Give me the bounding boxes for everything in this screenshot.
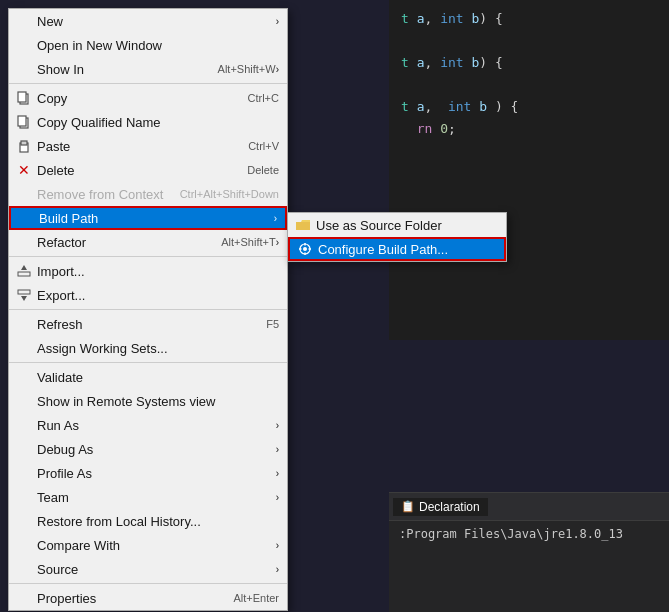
import-icon [15,264,33,278]
menu-item-import[interactable]: Import... [9,259,287,283]
menu-item-properties[interactable]: Properties Alt+Enter [9,586,287,610]
configure-icon [296,242,314,256]
arrow-icon-build: › [274,213,277,224]
menu-item-restore[interactable]: Restore from Local History... [9,509,287,533]
arrow-icon-profile: › [276,468,279,479]
menu-item-build-path-label: Build Path [39,211,274,226]
menu-item-profile-label: Profile As [37,466,276,481]
menu-item-remove-context[interactable]: Remove from Context Ctrl+Alt+Shift+Down [9,182,287,206]
menu-item-paste-label: Paste [37,139,248,154]
folder-icon [294,219,312,231]
delete-icon: ✕ [15,162,33,178]
arrow-icon-debug: › [276,444,279,455]
svg-point-12 [303,247,307,251]
menu-item-source-label: Source [37,562,276,577]
arrow-icon-2: › [276,64,279,75]
code-line-1: t a, int b) { [401,8,657,30]
export-icon [15,288,33,302]
menu-item-profile-as[interactable]: Profile As › [9,461,287,485]
menu-item-compare-label: Compare With [37,538,276,553]
paste-icon [15,139,33,153]
svg-rect-3 [18,116,26,126]
arrow-icon: › [276,16,279,27]
bottom-panel-path: :Program Files\Java\jre1.8.0_13 [399,527,623,541]
context-menu: New › Open in New Window Show In Alt+Shi… [8,8,288,611]
menu-item-restore-label: Restore from Local History... [37,514,279,529]
menu-item-copy-qualified[interactable]: Copy Qualified Name [9,110,287,134]
menu-item-run-as[interactable]: Run As › [9,413,287,437]
arrow-icon-team: › [276,492,279,503]
refresh-shortcut: F5 [266,318,279,330]
menu-item-refresh[interactable]: Refresh F5 [9,312,287,336]
menu-item-copy-qualified-label: Copy Qualified Name [37,115,279,130]
bottom-panel: 📋 Declaration :Program Files\Java\jre1.8… [389,492,669,612]
menu-item-new-label: New [37,14,276,29]
menu-item-show-remote[interactable]: Show in Remote Systems view [9,389,287,413]
separator-1 [9,83,287,84]
declaration-icon: 📋 [401,500,415,513]
menu-item-copy-label: Copy [37,91,248,106]
menu-item-validate[interactable]: Validate [9,365,287,389]
svg-rect-5 [21,141,27,145]
refactor-shortcut: Alt+Shift+T [221,236,275,248]
menu-item-paste[interactable]: Paste Ctrl+V [9,134,287,158]
menu-item-assign-label: Assign Working Sets... [37,341,279,356]
menu-item-team-label: Team [37,490,276,505]
show-in-shortcut: Alt+Shift+W [218,63,276,75]
menu-item-open-new-window[interactable]: Open in New Window [9,33,287,57]
arrow-icon-refactor: › [276,237,279,248]
menu-item-refactor-label: Refactor [37,235,221,250]
code-line-4 [401,74,657,96]
menu-item-run-label: Run As [37,418,276,433]
svg-rect-8 [18,290,30,294]
menu-item-debug-as[interactable]: Debug As › [9,437,287,461]
remove-shortcut: Ctrl+Alt+Shift+Down [180,188,279,200]
menu-item-copy[interactable]: Copy Ctrl+C [9,86,287,110]
menu-item-delete[interactable]: ✕ Delete Delete [9,158,287,182]
menu-item-show-in[interactable]: Show In Alt+Shift+W › [9,57,287,81]
tab-declaration[interactable]: 📋 Declaration [393,498,488,516]
menu-item-validate-label: Validate [37,370,279,385]
menu-item-team[interactable]: Team › [9,485,287,509]
paste-shortcut: Ctrl+V [248,140,279,152]
copy-shortcut: Ctrl+C [248,92,279,104]
svg-marker-9 [21,296,27,301]
submenu-item-configure-build[interactable]: Configure Build Path... [288,237,506,261]
menu-item-build-path[interactable]: Build Path › [9,206,287,230]
arrow-icon-run: › [276,420,279,431]
menu-item-show-label: Show In [37,62,218,77]
menu-item-source[interactable]: Source › [9,557,287,581]
menu-item-export[interactable]: Export... [9,283,287,307]
submenu-configure-label: Configure Build Path... [318,242,496,257]
menu-item-show-remote-label: Show in Remote Systems view [37,394,279,409]
menu-item-debug-label: Debug As [37,442,276,457]
submenu-use-source-label: Use as Source Folder [316,218,498,233]
menu-item-import-label: Import... [37,264,279,279]
menu-item-remove-label: Remove from Context [37,187,180,202]
code-line-3: t a, int b) { [401,52,657,74]
svg-rect-6 [18,272,30,276]
bottom-panel-content: :Program Files\Java\jre1.8.0_13 [389,521,669,547]
menu-item-open-label: Open in New Window [37,38,279,53]
menu-item-assign-working[interactable]: Assign Working Sets... [9,336,287,360]
svg-rect-10 [296,222,310,230]
submenu-item-use-source[interactable]: Use as Source Folder [288,213,506,237]
menu-item-delete-label: Delete [37,163,247,178]
copy-icon [15,91,33,105]
menu-item-compare[interactable]: Compare With › [9,533,287,557]
code-line-6: rn 0; [401,118,657,140]
copy-qualified-icon [15,115,33,129]
menu-item-refactor[interactable]: Refactor Alt+Shift+T › [9,230,287,254]
separator-2 [9,256,287,257]
menu-item-new[interactable]: New › [9,9,287,33]
code-line-5: t a, int b ) { [401,96,657,118]
menu-item-export-label: Export... [37,288,279,303]
separator-3 [9,309,287,310]
svg-marker-7 [21,265,27,270]
declaration-tab-label: Declaration [419,500,480,514]
menu-item-refresh-label: Refresh [37,317,266,332]
bottom-panel-tabs: 📋 Declaration [389,493,669,521]
separator-4 [9,362,287,363]
separator-5 [9,583,287,584]
properties-shortcut: Alt+Enter [233,592,279,604]
